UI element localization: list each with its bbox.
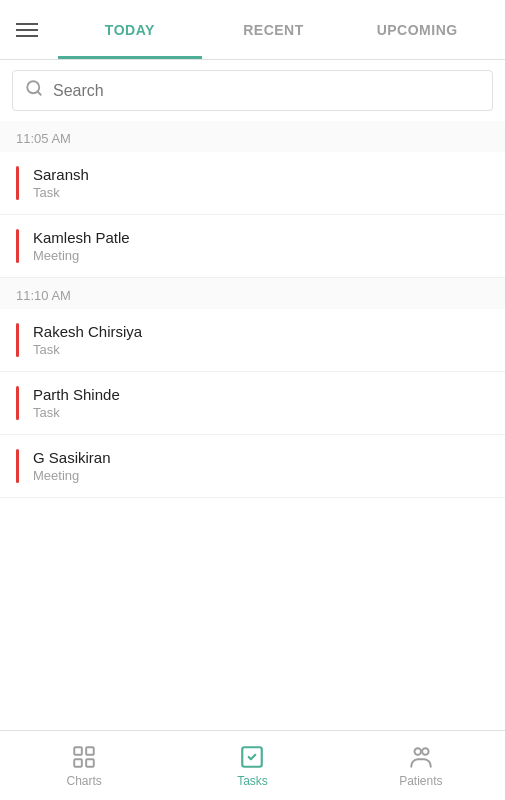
list-item[interactable]: Saransh Task [0,152,505,215]
item-content: Rakesh Chirsiya Task [33,323,142,357]
tab-recent[interactable]: RECENT [202,0,346,59]
item-accent-bar [16,449,19,483]
svg-rect-5 [86,759,94,767]
item-accent-bar [16,386,19,420]
item-accent-bar [16,229,19,263]
list-item[interactable]: G Sasikiran Meeting [0,435,505,498]
menu-button[interactable] [16,23,38,37]
charts-icon [71,744,97,770]
item-accent-bar [16,323,19,357]
nav-charts[interactable]: Charts [0,731,168,800]
tab-upcoming[interactable]: UPCOMING [345,0,489,59]
item-content: Parth Shinde Task [33,386,120,420]
list-item[interactable]: Kamlesh Patle Meeting [0,215,505,278]
svg-point-7 [414,748,421,755]
item-content: G Sasikiran Meeting [33,449,111,483]
time-label-1: 11:05 AM [0,121,505,152]
time-label-2: 11:10 AM [0,278,505,309]
charts-label: Charts [66,774,101,788]
svg-rect-3 [86,747,94,755]
svg-rect-4 [74,759,82,767]
search-icon [25,79,43,102]
nav-tasks[interactable]: Tasks [168,731,336,800]
tasks-label: Tasks [237,774,268,788]
patients-icon [408,744,434,770]
item-content: Kamlesh Patle Meeting [33,229,130,263]
tab-bar: TODAY RECENT UPCOMING [58,0,489,59]
tab-today[interactable]: TODAY [58,0,202,59]
patients-label: Patients [399,774,442,788]
item-accent-bar [16,166,19,200]
item-content: Saransh Task [33,166,89,200]
list-item[interactable]: Rakesh Chirsiya Task [0,309,505,372]
header: TODAY RECENT UPCOMING [0,0,505,60]
nav-patients[interactable]: Patients [337,731,505,800]
svg-rect-2 [74,747,82,755]
bottom-nav: Charts Tasks Patients [0,730,505,800]
list-item[interactable]: Parth Shinde Task [0,372,505,435]
content-area: 11:05 AM Saransh Task Kamlesh Patle Meet… [0,60,505,730]
search-input[interactable] [53,82,480,100]
tasks-icon [239,744,265,770]
svg-point-8 [422,748,429,755]
svg-line-1 [37,91,40,94]
search-bar [12,70,493,111]
